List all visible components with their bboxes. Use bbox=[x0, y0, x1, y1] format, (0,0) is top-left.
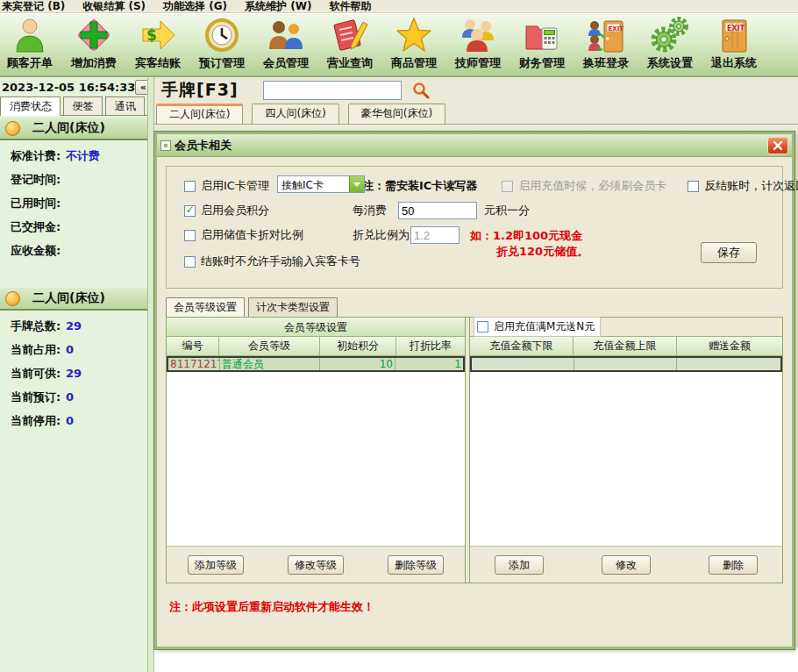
add-consume-icon bbox=[75, 16, 113, 54]
member-card-dialog: 会员卡相关 启用IC卡管理 接触IC卡 注：需安装IC卡读写器 启用充值时候，必… bbox=[154, 132, 794, 649]
sidebar-tabs: 消费状态 便签 通讯 bbox=[0, 97, 147, 116]
reverse-checkout-checkbox[interactable] bbox=[688, 181, 699, 192]
member-level-table-body[interactable] bbox=[167, 372, 465, 546]
recharge-table-body[interactable] bbox=[470, 372, 782, 546]
col-bonus-amount[interactable]: 赠送金额 bbox=[677, 337, 782, 355]
search-icon[interactable] bbox=[412, 82, 430, 99]
menu-bar: 来宾登记 (B) 收银结算 (S) 功能选择 (G) 系统维护 (W) 软件帮助 bbox=[0, 0, 798, 13]
datetime-text: 2023-12-05 16:54:33 bbox=[2, 81, 135, 94]
col-recharge-min[interactable]: 充值金额下限 bbox=[470, 337, 574, 355]
customer-open-icon bbox=[11, 16, 49, 54]
per-consume-label: 每消费 bbox=[353, 203, 387, 218]
col-init-points[interactable]: 初始积分 bbox=[320, 337, 396, 355]
recharge-bonus-panel: 启用充值满M元送N元 充值金额下限 充值金额上限 赠送金额 添加 修改 bbox=[470, 318, 782, 583]
member-points-checkbox[interactable] bbox=[184, 205, 196, 217]
technician-manage-icon bbox=[459, 16, 497, 54]
tab-deluxe-room[interactable]: 豪华包间(床位) bbox=[348, 104, 445, 124]
sidebar-splitter[interactable] bbox=[147, 77, 154, 672]
per-consume-input[interactable] bbox=[398, 202, 477, 219]
close-button[interactable] bbox=[767, 137, 788, 154]
recharge-swipe-checkbox[interactable] bbox=[502, 181, 513, 192]
no-manual-card-checkbox[interactable] bbox=[184, 256, 196, 268]
recharge-bonus-label: 启用充值满M元送N元 bbox=[494, 319, 595, 334]
add-button[interactable]: 添加 bbox=[495, 555, 544, 575]
toolbar-item-finance-manage[interactable]: 财务管理 bbox=[513, 16, 571, 75]
handcard-search-input[interactable] bbox=[263, 81, 402, 100]
card-tables-area: 会员等级设置 编号 会员等级 初始积分 打折比率 8117121729 普通会员… bbox=[166, 317, 783, 583]
menu-item-function-select[interactable]: 功能选择 (G) bbox=[163, 0, 227, 14]
edit-level-button[interactable]: 修改等级 bbox=[288, 555, 344, 575]
collapse-sidebar-button[interactable]: « bbox=[135, 80, 147, 95]
field-register-time: 登记时间: bbox=[11, 172, 147, 185]
no-manual-card-label: 结账时不允许手动输入宾客卡号 bbox=[201, 254, 360, 269]
col-recharge-max[interactable]: 充值金额上限 bbox=[574, 337, 677, 355]
shift-login-icon: EXIT bbox=[587, 16, 625, 54]
dropdown-arrow-icon[interactable] bbox=[349, 176, 364, 192]
tab-count-card-type-settings[interactable]: 计次卡类型设置 bbox=[248, 297, 338, 317]
toolbar-item-exit-system[interactable]: EXIT 退出系统 bbox=[705, 16, 763, 75]
restart-note: 注：此项设置后重新启动软件才能生效！ bbox=[169, 599, 374, 615]
menu-item-guest-register[interactable]: 来宾登记 (B) bbox=[2, 0, 65, 14]
menu-item-system-maintain[interactable]: 系统维护 (W) bbox=[245, 0, 311, 14]
business-query-icon bbox=[331, 16, 369, 54]
tab-four-person-room[interactable]: 四人间(床位) bbox=[252, 104, 338, 124]
recharge-bonus-header: 启用充值满M元送N元 bbox=[470, 318, 782, 337]
menu-item-cashier-settle[interactable]: 收银结算 (S) bbox=[82, 0, 146, 14]
toolbar-item-shift-login[interactable]: EXIT 换班登录 bbox=[577, 16, 635, 75]
ic-reader-note: 注：需安装IC卡读写器 bbox=[362, 178, 477, 194]
field-used-time: 已用时间: bbox=[11, 196, 147, 209]
card-config-tabs: 会员等级设置 计次卡类型设置 bbox=[166, 297, 341, 317]
tab-two-person-room[interactable]: 二人间(床位) bbox=[156, 104, 243, 124]
col-level[interactable]: 会员等级 bbox=[219, 337, 320, 355]
ratio-label: 折兑比例为 bbox=[353, 227, 410, 243]
field-occupied: 当前占用: 0 bbox=[11, 342, 147, 355]
recharge-row-selected[interactable] bbox=[470, 356, 782, 372]
tab-member-level-settings[interactable]: 会员等级设置 bbox=[166, 297, 245, 317]
dialog-title-bar[interactable]: 会员卡相关 bbox=[157, 134, 792, 157]
dialog-body: 启用IC卡管理 接触IC卡 注：需安装IC卡读写器 启用充值时候，必须刷会员卡 … bbox=[157, 157, 792, 647]
ratio-input[interactable] bbox=[410, 226, 460, 244]
edit-button[interactable]: 修改 bbox=[602, 555, 651, 575]
member-level-row-selected[interactable]: 8117121729 普通会员 10 1 bbox=[167, 356, 465, 372]
delete-level-button[interactable]: 删除等级 bbox=[388, 555, 444, 575]
ic-card-checkbox[interactable] bbox=[184, 181, 196, 192]
tab-memo[interactable]: 便签 bbox=[63, 97, 103, 115]
toolbar-item-business-query[interactable]: 营业查询 bbox=[321, 16, 379, 75]
field-deposit-paid: 已交押金: bbox=[11, 219, 147, 232]
exit-system-icon: EXIT bbox=[715, 16, 753, 54]
field-handcard-total: 手牌总数: 29 bbox=[11, 318, 147, 332]
toolbar-item-customer-open[interactable]: 顾客开单 bbox=[1, 16, 59, 75]
toolbar-item-reservation[interactable]: 预订管理 bbox=[193, 16, 251, 75]
guest-checkout-icon: $ bbox=[139, 16, 177, 54]
add-level-button[interactable]: 添加等级 bbox=[188, 555, 244, 575]
recharge-bonus-checkbox[interactable] bbox=[477, 321, 488, 332]
col-discount-ratio[interactable]: 打折比率 bbox=[396, 337, 465, 355]
delete-button[interactable]: 删除 bbox=[709, 555, 758, 575]
tab-message[interactable]: 通讯 bbox=[105, 97, 145, 115]
toolbar-item-technician-manage[interactable]: 技师管理 bbox=[449, 16, 507, 75]
menu-item-software-help[interactable]: 软件帮助 bbox=[329, 0, 371, 14]
stored-ratio-checkbox[interactable] bbox=[184, 230, 196, 241]
toolbar-item-guest-checkout[interactable]: $ 宾客结账 bbox=[129, 16, 187, 75]
room-status-section-header: 二人间(床位) bbox=[0, 118, 147, 140]
toolbar-item-product-manage[interactable]: 商品管理 bbox=[385, 16, 443, 75]
save-button[interactable]: 保存 bbox=[701, 242, 757, 263]
room-status-fields: 标准计费: 不计费 登记时间: 已用时间: 已交押金: 应收金额: bbox=[0, 140, 147, 256]
system-settings-icon bbox=[651, 16, 689, 54]
field-amount-due: 应收金额: bbox=[11, 243, 147, 256]
tab-consume-status[interactable]: 消费状态 bbox=[0, 97, 61, 116]
col-id[interactable]: 编号 bbox=[167, 337, 219, 355]
toolbar-item-system-settings[interactable]: 系统设置 bbox=[641, 16, 699, 75]
stored-ratio-label: 启用储值卡折对比例 bbox=[201, 227, 303, 243]
toolbar-item-member-manage[interactable]: 会员管理 bbox=[257, 16, 315, 75]
ic-card-type-dropdown[interactable]: 接触IC卡 bbox=[277, 175, 365, 193]
ic-card-label: 启用IC卡管理 bbox=[201, 178, 269, 194]
ratio-note-line1: 如：1.2即100元现金 bbox=[470, 228, 582, 244]
status-ball-icon bbox=[5, 121, 20, 136]
toolbar-item-add-consume[interactable]: 增加消费 bbox=[65, 16, 123, 75]
dialog-title: 会员卡相关 bbox=[175, 138, 232, 154]
recharge-column-headers: 充值金额下限 充值金额上限 赠送金额 bbox=[470, 337, 782, 356]
product-manage-icon bbox=[395, 16, 433, 54]
recharge-buttons: 添加 修改 删除 bbox=[470, 546, 782, 583]
datetime-bar: 2023-12-05 16:54:33 « bbox=[0, 77, 147, 97]
